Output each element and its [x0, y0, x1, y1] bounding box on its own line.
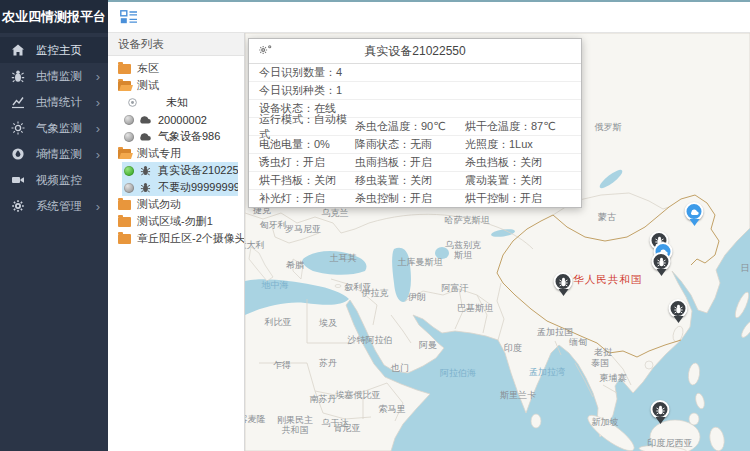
popup-detail-cell: 虫雨挡板：开启 [355, 155, 465, 170]
bug-icon [554, 272, 573, 291]
cloud-icon [138, 131, 152, 142]
popup-detail-cell: 降雨状态：无雨 [355, 137, 465, 152]
cloud-icon [685, 202, 704, 221]
tree-item-label: 测试 [137, 78, 159, 93]
popup-detail-cell: 烘干挡板：关闭 [249, 173, 355, 188]
popup-header: 真实设备21022550 [249, 39, 581, 64]
bug-icon [669, 299, 688, 318]
bug-icon [651, 400, 670, 419]
popup-detail-cell: 诱虫灯：开启 [249, 155, 355, 170]
sidebar-item-label: 监控主页 [36, 43, 82, 58]
map-marker-bug[interactable] [652, 252, 671, 277]
popup-detail-row: 诱虫灯：开启虫雨挡板：开启杀虫挡板：关闭 [249, 154, 581, 172]
popup-detail-cell: 移虫装置：关闭 [355, 173, 465, 188]
folder-closed-icon [118, 200, 131, 210]
content-area: 设备列表 东区测试未知20000002气象设备986测试专用真实设备210225… [108, 33, 750, 451]
device-list-header: 设备列表 [108, 33, 244, 56]
tree-folder-0[interactable]: 东区 [108, 60, 244, 77]
tree-item-label: 未知 [166, 95, 188, 110]
folder-open-icon [118, 81, 131, 91]
pin-icon [126, 97, 138, 108]
tree-folder-9[interactable]: 测试区域-勿删1 [108, 213, 244, 230]
map-marker-bug[interactable] [669, 299, 688, 324]
sidebar-item-label: 视频监控 [36, 173, 82, 188]
popup-detail-cell: 烘干仓温度：87℃ [465, 119, 581, 134]
tree-item-label: 测试勿动 [137, 197, 181, 212]
folder-closed-icon [118, 64, 131, 74]
main-area: 设备列表 东区测试未知20000002气象设备986测试专用真实设备210225… [108, 0, 750, 451]
tree-item-label: 章丘阳丘区-2个摄像头 [137, 231, 244, 246]
gear-icon [11, 199, 25, 213]
tree-device-2[interactable]: 未知 [108, 94, 244, 111]
tree-folder-5[interactable]: 测试专用 [108, 145, 244, 162]
sidebar-item-gear[interactable]: 系统管理› [0, 193, 108, 219]
tree-device-3[interactable]: 20000002 [108, 111, 244, 128]
popup-summary-row: 今日识别数量：4 [249, 64, 581, 82]
tree-item-label: 测试区域-勿删1 [137, 214, 213, 229]
tree-item-label: 气象设备986 [158, 129, 220, 144]
sidebar-item-home[interactable]: 监控主页 [0, 37, 108, 63]
sidebar-item-chart[interactable]: 虫情统计› [0, 89, 108, 115]
tree-folder-10[interactable]: 章丘阳丘区-2个摄像头 [108, 230, 244, 247]
tree-folder-1[interactable]: 测试 [108, 77, 244, 94]
tree-device-6[interactable]: 真实设备21022550 [122, 162, 238, 179]
tree-item-label: 20000002 [158, 114, 207, 126]
tree-item-label: 东区 [137, 61, 159, 76]
tree-folder-8[interactable]: 测试勿动 [108, 196, 244, 213]
folder-closed-icon [118, 234, 131, 244]
sidebar-item-video[interactable]: 视频监控 [0, 167, 108, 193]
app-title: 农业四情测报平台 [0, 0, 108, 33]
sidebar: 农业四情测报平台 监控主页虫情监测›虫情统计›气象监测›墒情监测›视频监控系统管… [0, 0, 108, 451]
settings-gear-icon[interactable] [258, 43, 273, 57]
device-tree-toggle-icon[interactable] [120, 10, 138, 24]
map-marker-bug[interactable] [554, 272, 573, 297]
soil-icon [11, 147, 25, 161]
cloud-icon [138, 114, 152, 125]
device-info-popup: 真实设备21022550 今日识别数量：4今日识别种类：1设备状态：在线运行模式… [248, 38, 582, 208]
sidebar-item-bug[interactable]: 虫情监测› [0, 63, 108, 89]
chart-icon [11, 95, 25, 109]
device-list-panel: 设备列表 东区测试未知20000002气象设备986测试专用真实设备210225… [108, 33, 245, 451]
popup-detail-cell: 补光灯：开启 [249, 191, 355, 206]
sidebar-item-soil[interactable]: 墒情监测› [0, 141, 108, 167]
bug-icon [138, 165, 152, 176]
status-dot-gray [124, 115, 134, 125]
video-icon [11, 173, 25, 187]
folder-open-icon [118, 149, 131, 159]
sidebar-item-label: 虫情统计 [36, 95, 82, 110]
popup-detail-row: 运行模式：自动模式杀虫仓温度：90℃烘干仓温度：87℃ [249, 118, 581, 136]
popup-summary-row: 今日识别种类：1 [249, 82, 581, 100]
sidebar-menu: 监控主页虫情监测›虫情统计›气象监测›墒情监测›视频监控系统管理› [0, 33, 108, 219]
bug-icon [11, 69, 25, 83]
sidebar-item-weather[interactable]: 气象监测› [0, 115, 108, 141]
chevron-right-icon: › [96, 122, 100, 135]
popup-detail-cell: 电池电量：0% [249, 137, 355, 152]
popup-detail-cell: 杀虫控制：开启 [355, 191, 465, 206]
tree-device-4[interactable]: 气象设备986 [108, 128, 244, 145]
chevron-right-icon: › [96, 96, 100, 109]
status-dot-green [124, 166, 134, 176]
map-marker-cloud[interactable] [685, 202, 704, 227]
tree-item-label: 不要动99999999 [158, 180, 238, 195]
popup-body: 今日识别数量：4今日识别种类：1设备状态：在线运行模式：自动模式杀虫仓温度：90… [249, 64, 581, 207]
popup-detail-cell: 烘干控制：开启 [465, 191, 581, 206]
bug-icon [138, 182, 152, 193]
map-canvas[interactable]: 俄罗斯蒙古中华人民共和国哈萨克斯坦乌克兰捷克匈牙利罗马尼亚意大利希腊土耳其乌兹别… [245, 33, 750, 451]
sidebar-item-label: 虫情监测 [36, 69, 82, 84]
sidebar-item-label: 系统管理 [36, 199, 82, 214]
tree-item-label: 真实设备21022550 [158, 163, 238, 178]
popup-detail-row: 补光灯：开启杀虫控制：开启烘干控制：开启 [249, 190, 581, 207]
weather-icon [11, 121, 25, 135]
topbar [108, 0, 750, 33]
chevron-right-icon: › [96, 200, 100, 213]
chevron-right-icon: › [96, 148, 100, 161]
map-marker-bug[interactable] [651, 400, 670, 425]
popup-detail-cell: 杀虫挡板：关闭 [465, 155, 581, 170]
sidebar-item-label: 墒情监测 [36, 147, 82, 162]
home-icon [11, 43, 25, 57]
chevron-right-icon: › [96, 70, 100, 83]
app-window: 农业四情测报平台 监控主页虫情监测›虫情统计›气象监测›墒情监测›视频监控系统管… [0, 0, 750, 451]
sidebar-item-label: 气象监测 [36, 121, 82, 136]
tree-device-7[interactable]: 不要动99999999 [122, 179, 238, 196]
popup-detail-cell: 震动装置：关闭 [465, 173, 581, 188]
